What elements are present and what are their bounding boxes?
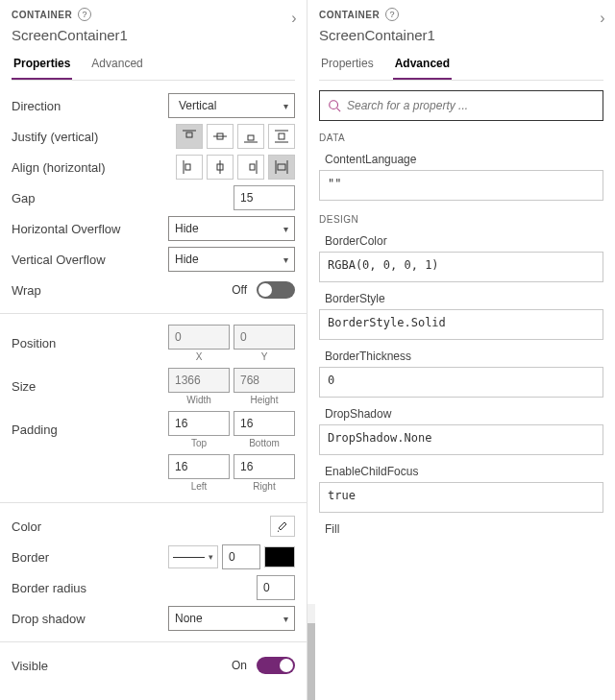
prop-dropshadow-value[interactable]: DropShadow.None	[319, 424, 603, 455]
search-input[interactable]	[341, 98, 595, 113]
help-icon[interactable]: ?	[385, 8, 399, 21]
prop-bordercolor-value[interactable]: RGBA(0, 0, 0, 1)	[319, 252, 603, 282]
right-header: CONTAINER ? › ScreenContainer1 Propertie…	[308, 0, 615, 81]
svg-point-21	[330, 101, 338, 109]
align-start-button[interactable]	[176, 155, 203, 180]
label-size: Size	[12, 379, 165, 394]
label-hoverflow: Horizontal Overflow	[12, 222, 165, 236]
svg-rect-8	[248, 135, 254, 140]
tab-advanced[interactable]: Advanced	[393, 47, 452, 80]
svg-rect-4	[186, 133, 192, 137]
divider	[0, 313, 307, 314]
input-border-thickness[interactable]: 0	[222, 544, 260, 569]
input-width[interactable]: 1366	[168, 368, 230, 393]
prop-fill-name: Fill	[325, 522, 603, 536]
input-border-radius[interactable]: 0	[257, 575, 295, 600]
prop-borderthickness-value[interactable]: 0	[319, 367, 603, 398]
divider	[0, 502, 307, 503]
prop-contentlanguage-value[interactable]: ""	[319, 170, 603, 201]
right-pane: CONTAINER ? › ScreenContainer1 Propertie…	[308, 0, 615, 700]
justify-center-button[interactable]	[207, 124, 234, 149]
prop-borderthickness-name: BorderThickness	[325, 350, 603, 363]
chevron-down-icon: ▾	[283, 224, 288, 234]
input-height[interactable]: 768	[234, 368, 295, 393]
label-border-radius: Border radius	[12, 581, 165, 595]
align-center-button[interactable]	[207, 155, 234, 180]
prop-borderstyle-name: BorderStyle	[325, 292, 603, 305]
label-border: Border	[12, 550, 165, 565]
select-direction[interactable]: Vertical ▾	[168, 93, 295, 118]
label-gap: Gap	[12, 191, 165, 205]
section-design-label: DESIGN	[319, 214, 603, 225]
expand-icon[interactable]: ›	[600, 10, 605, 27]
border-style-picker[interactable]: ▾	[168, 545, 218, 568]
label-align: Align (horizontal)	[12, 160, 165, 175]
left-pane: CONTAINER ? › ScreenContainer1 Propertie…	[0, 0, 308, 700]
select-voverflow[interactable]: Hide ▾	[168, 247, 295, 272]
input-position-y[interactable]: 0	[234, 325, 295, 350]
color-picker-button[interactable]	[270, 516, 295, 537]
left-type-label: CONTAINER	[12, 10, 72, 20]
toggle-wrap[interactable]	[257, 281, 295, 299]
help-icon[interactable]: ?	[78, 8, 91, 21]
input-padding-right[interactable]: 16	[234, 454, 295, 479]
label-dropshadow: Drop shadow	[12, 612, 165, 626]
left-control-name: ScreenContainer1	[12, 21, 295, 47]
chevron-down-icon: ▾	[283, 614, 288, 624]
prop-contentlanguage-name: ContentLanguage	[325, 153, 603, 166]
left-body: Direction Vertical ▾ Justify (vertical)	[0, 81, 307, 700]
label-position: Position	[12, 336, 165, 350]
section-data-label: DATA	[319, 133, 603, 143]
align-end-button[interactable]	[237, 155, 264, 180]
divider	[0, 641, 307, 642]
search-property-box[interactable]	[319, 90, 603, 121]
left-header: CONTAINER ? › ScreenContainer1 Propertie…	[0, 0, 307, 81]
right-type-label: CONTAINER	[319, 10, 380, 20]
prop-dropshadow-name: DropShadow	[325, 407, 603, 421]
tab-properties[interactable]: Properties	[12, 47, 72, 80]
justify-end-button[interactable]	[237, 124, 264, 149]
svg-line-22	[337, 109, 341, 112]
select-dropshadow[interactable]: None ▾	[168, 606, 295, 631]
svg-rect-13	[185, 164, 190, 170]
label-direction: Direction	[12, 99, 165, 113]
chevron-down-icon: ▾	[283, 254, 288, 265]
tab-advanced[interactable]: Advanced	[89, 47, 144, 80]
prop-borderstyle-value[interactable]: BorderStyle.Solid	[319, 309, 603, 340]
prop-enablechildfocus-name: EnableChildFocus	[325, 465, 603, 478]
prop-enablechildfocus-value[interactable]: true	[319, 482, 603, 513]
toggle-visible[interactable]	[257, 657, 295, 674]
align-stretch-button[interactable]	[268, 155, 295, 180]
input-padding-left[interactable]: 16	[168, 454, 230, 479]
label-color: Color	[12, 519, 165, 534]
input-position-x[interactable]: 0	[168, 325, 230, 350]
right-body: DATA ContentLanguage "" DESIGN BorderCol…	[308, 81, 615, 604]
chevron-down-icon: ▾	[283, 101, 288, 111]
justify-between-button[interactable]	[268, 124, 295, 149]
svg-rect-17	[250, 164, 255, 170]
label-voverflow: Vertical Overflow	[12, 253, 165, 267]
label-wrap: Wrap	[12, 283, 165, 298]
input-padding-bottom[interactable]: 16	[234, 411, 295, 436]
right-control-name: ScreenContainer1	[319, 21, 603, 47]
label-justify: Justify (vertical)	[12, 130, 165, 144]
svg-rect-11	[279, 133, 284, 139]
input-gap[interactable]: 15	[234, 185, 295, 210]
svg-rect-20	[278, 164, 285, 170]
select-hoverflow[interactable]: Hide ▾	[168, 216, 295, 241]
input-padding-top[interactable]: 16	[168, 411, 230, 436]
prop-bordercolor-name: BorderColor	[325, 234, 603, 248]
vertical-scrollbar[interactable]	[308, 604, 315, 700]
label-padding: Padding	[12, 422, 165, 437]
label-visible: Visible	[12, 659, 165, 673]
justify-start-button[interactable]	[176, 124, 203, 149]
tab-properties[interactable]: Properties	[319, 47, 376, 80]
border-color-picker[interactable]	[264, 546, 295, 567]
search-icon	[328, 99, 341, 112]
expand-icon[interactable]: ›	[291, 10, 297, 27]
